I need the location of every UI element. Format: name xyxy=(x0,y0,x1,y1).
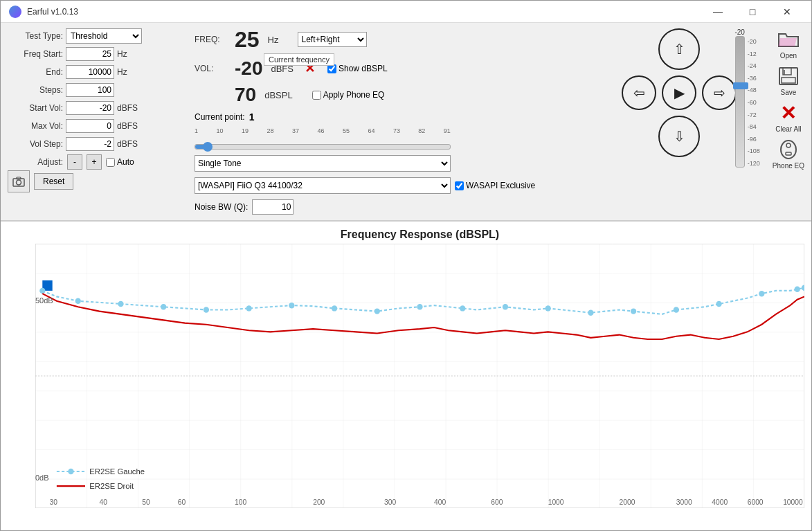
svg-point-37 xyxy=(289,303,294,308)
clear-all-icon: ✕ xyxy=(776,102,801,124)
apply-phone-label: Apply Phone EQ xyxy=(312,90,385,100)
clear-all-label: Clear All xyxy=(775,125,801,133)
freq-end-input[interactable] xyxy=(66,65,114,79)
nav-controls: ⇧ ⇦ ▶ ⇨ ⇩ xyxy=(638,28,721,215)
vol-label: VOL: xyxy=(195,64,229,73)
nav-next-button[interactable]: ⇨ xyxy=(702,75,737,110)
app-icon xyxy=(9,6,21,18)
vol-step-input[interactable] xyxy=(66,137,114,151)
clear-all-button[interactable]: ✕ Clear All xyxy=(775,102,801,133)
svg-point-45 xyxy=(631,308,636,314)
freq-end-label: End: xyxy=(8,67,63,77)
save-label: Save xyxy=(781,89,797,96)
reset-button[interactable]: Reset xyxy=(34,173,73,190)
svg-point-40 xyxy=(417,304,422,309)
save-icon xyxy=(776,65,801,87)
tone-type-select[interactable]: Single Tone xyxy=(195,155,451,172)
svg-point-47 xyxy=(716,301,721,307)
svg-point-32 xyxy=(75,298,81,304)
svg-text:4000: 4000 xyxy=(712,498,728,506)
adjust-plus-button[interactable]: + xyxy=(87,154,102,170)
vol-scale-top: -20 xyxy=(734,28,744,36)
wasapi-checkbox[interactable] xyxy=(455,181,464,190)
save-button[interactable]: Save xyxy=(776,65,801,96)
svg-point-48 xyxy=(759,291,764,296)
channel-select[interactable]: Left+Right xyxy=(298,32,367,47)
device-select[interactable]: [WASAPI] FiiO Q3 44100/32 xyxy=(195,177,451,194)
test-type-select[interactable]: Threshold xyxy=(66,28,142,44)
camera-button[interactable] xyxy=(8,170,30,192)
start-vol-label: Start Vol: xyxy=(8,103,63,113)
adjust-minus-button[interactable]: - xyxy=(67,154,82,170)
svg-point-49 xyxy=(795,287,800,292)
wasapi-label: WASAPI Exclusive xyxy=(455,181,535,190)
vol-step-unit: dBFS xyxy=(117,139,138,149)
svg-text:10000: 10000 xyxy=(783,498,803,506)
start-vol-unit: dBFS xyxy=(117,103,138,113)
maximize-button[interactable]: □ xyxy=(737,1,768,23)
chart-title: Frequency Response (dBSPL) xyxy=(35,228,804,241)
left-controls-panel: Test Type: Threshold Freq Start: Hz End:… xyxy=(8,28,188,215)
steps-input[interactable] xyxy=(66,83,114,97)
auto-checkbox-label: Auto xyxy=(106,157,134,167)
far-right-panel: -20 -20 -12 -24 -36 -48 -60 -72 -84 -96 … xyxy=(734,28,759,215)
svg-text:3000: 3000 xyxy=(676,498,692,506)
max-vol-input[interactable] xyxy=(66,119,114,133)
svg-point-44 xyxy=(588,310,593,316)
svg-rect-9 xyxy=(786,152,791,155)
window-controls: — □ ✕ xyxy=(702,1,803,23)
svg-text:40: 40 xyxy=(100,498,108,506)
svg-point-42 xyxy=(503,304,508,309)
slider-thumb[interactable] xyxy=(203,142,213,152)
svg-text:60: 60 xyxy=(178,498,186,506)
svg-text:1000: 1000 xyxy=(548,498,564,506)
test-type-label: Test Type: xyxy=(8,31,63,41)
phone-eq-button[interactable]: Phone EQ xyxy=(773,138,804,170)
svg-point-33 xyxy=(118,301,123,307)
show-dbspl-label: Show dBSPL xyxy=(327,64,388,73)
volume-slider-thumb[interactable] xyxy=(733,82,748,89)
nav-up-button[interactable]: ⇧ xyxy=(658,28,700,70)
frequency-tooltip: Current frequency xyxy=(264,53,334,66)
svg-point-36 xyxy=(246,305,251,311)
freq-end-unit: Hz xyxy=(117,67,138,77)
minimize-button[interactable]: — xyxy=(702,1,734,23)
dbspl-unit: dBSPL xyxy=(264,90,292,100)
freq-start-unit: Hz xyxy=(117,49,138,59)
nav-prev-button[interactable]: ⇦ xyxy=(622,75,656,110)
noise-bw-input[interactable] xyxy=(252,199,294,215)
vol-step-label: Vol Step: xyxy=(8,139,63,149)
y-label-0db: 0dB xyxy=(35,474,49,482)
nav-down-button[interactable]: ⇩ xyxy=(658,116,700,157)
svg-text:300: 300 xyxy=(384,498,396,506)
auto-checkbox[interactable] xyxy=(106,158,115,167)
open-button[interactable]: Open xyxy=(776,28,801,60)
svg-point-41 xyxy=(460,305,465,311)
open-label: Open xyxy=(780,52,797,60)
svg-text:2000: 2000 xyxy=(620,498,635,506)
close-button[interactable]: ✕ xyxy=(771,1,803,23)
dbspl-value: 70 xyxy=(235,84,256,106)
frequency-response-chart: 30 40 50 60 100 200 300 400 600 1000 200… xyxy=(35,244,804,508)
nav-play-button[interactable]: ▶ xyxy=(662,75,696,110)
freq-start-input[interactable] xyxy=(66,47,114,61)
frequency-slider[interactable] xyxy=(195,144,451,150)
camera-icon xyxy=(12,176,25,187)
frequency-slider-container: 110192837465564738291 xyxy=(195,127,624,150)
vol-scale: -20 -12 -24 -36 -48 -60 -72 -84 -96 -108… xyxy=(748,28,760,167)
svg-text:30: 30 xyxy=(50,498,58,506)
svg-text:ER2SE Droit: ER2SE Droit xyxy=(89,482,134,490)
svg-text:600: 600 xyxy=(491,498,503,506)
svg-point-35 xyxy=(204,307,209,312)
phone-eq-label: Phone EQ xyxy=(773,162,804,170)
svg-point-31 xyxy=(39,288,45,294)
svg-text:6000: 6000 xyxy=(748,498,764,506)
phone-eq-icon xyxy=(776,138,801,161)
apply-phone-checkbox[interactable] xyxy=(312,91,321,100)
vol-value: -20 xyxy=(235,57,262,80)
svg-point-8 xyxy=(786,143,791,147)
window-title: Earful v1.0.13 xyxy=(27,7,702,17)
open-icon xyxy=(776,28,801,51)
start-vol-input[interactable] xyxy=(66,101,114,115)
svg-point-43 xyxy=(545,305,551,311)
